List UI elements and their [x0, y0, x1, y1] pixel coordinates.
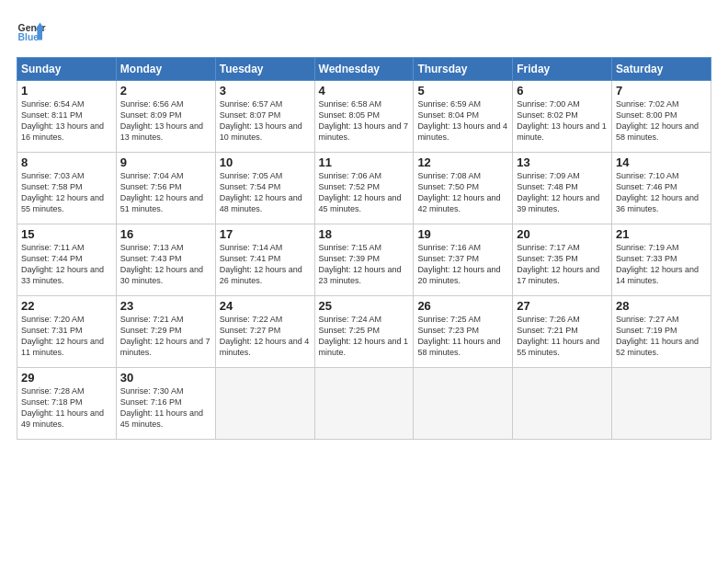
cell-content: Sunrise: 7:25 AMSunset: 7:23 PMDaylight:…: [417, 315, 500, 357]
table-row: [513, 368, 612, 440]
cell-content: Sunrise: 6:54 AMSunset: 8:11 PMDaylight:…: [21, 99, 104, 142]
day-number: 22: [21, 299, 112, 313]
table-row: 23 Sunrise: 7:21 AMSunset: 7:29 PMDaylig…: [116, 296, 215, 368]
day-number: 17: [220, 227, 311, 241]
day-number: 14: [616, 155, 707, 169]
day-number: 4: [319, 84, 410, 98]
cell-content: Sunrise: 7:22 AMSunset: 7:27 PMDaylight:…: [220, 315, 310, 357]
day-number: 9: [120, 155, 211, 169]
cell-content: Sunrise: 7:21 AMSunset: 7:29 PMDaylight:…: [120, 315, 210, 357]
table-row: [612, 368, 711, 440]
day-number: 25: [319, 299, 410, 313]
col-thursday: Thursday: [414, 58, 513, 81]
table-row: [414, 368, 513, 440]
day-number: 29: [21, 371, 112, 385]
svg-text:Blue: Blue: [18, 32, 40, 42]
main-container: General Blue Sunday Monday Tuesday Wedne…: [0, 0, 728, 449]
table-row: 9 Sunrise: 7:04 AMSunset: 7:56 PMDayligh…: [116, 153, 215, 224]
col-wednesday: Wednesday: [314, 58, 414, 81]
table-row: 29 Sunrise: 7:28 AMSunset: 7:18 PMDaylig…: [17, 368, 117, 440]
day-number: 3: [220, 84, 311, 98]
table-row: 24 Sunrise: 7:22 AMSunset: 7:27 PMDaylig…: [215, 296, 314, 368]
table-row: 10 Sunrise: 7:05 AMSunset: 7:54 PMDaylig…: [215, 153, 314, 224]
cell-content: Sunrise: 7:24 AMSunset: 7:25 PMDaylight:…: [319, 315, 409, 357]
col-friday: Friday: [513, 58, 612, 81]
cell-content: Sunrise: 6:58 AMSunset: 8:05 PMDaylight:…: [319, 99, 409, 142]
table-row: 8 Sunrise: 7:03 AMSunset: 7:58 PMDayligh…: [17, 153, 117, 224]
table-row: 25 Sunrise: 7:24 AMSunset: 7:25 PMDaylig…: [314, 296, 414, 368]
table-row: 26 Sunrise: 7:25 AMSunset: 7:23 PMDaylig…: [414, 296, 513, 368]
table-row: 6 Sunrise: 7:00 AMSunset: 8:02 PMDayligh…: [513, 81, 612, 153]
day-number: 30: [120, 371, 211, 385]
cell-content: Sunrise: 7:27 AMSunset: 7:19 PMDaylight:…: [616, 315, 699, 357]
day-number: 13: [517, 155, 608, 169]
table-row: 27 Sunrise: 7:26 AMSunset: 7:21 PMDaylig…: [513, 296, 612, 368]
col-sunday: Sunday: [17, 58, 117, 81]
day-number: 20: [517, 227, 608, 241]
day-number: 28: [616, 299, 707, 313]
day-number: 7: [616, 84, 707, 98]
table-row: 30 Sunrise: 7:30 AMSunset: 7:16 PMDaylig…: [116, 368, 215, 440]
cell-content: Sunrise: 7:19 AMSunset: 7:33 PMDaylight:…: [616, 243, 699, 285]
table-row: 2 Sunrise: 6:56 AMSunset: 8:09 PMDayligh…: [116, 81, 215, 153]
table-row: 5 Sunrise: 6:59 AMSunset: 8:04 PMDayligh…: [414, 81, 513, 153]
header: General Blue: [17, 17, 711, 46]
day-number: 11: [319, 155, 410, 169]
day-number: 2: [120, 84, 211, 98]
day-number: 23: [120, 299, 211, 313]
cell-content: Sunrise: 7:16 AMSunset: 7:37 PMDaylight:…: [417, 243, 500, 285]
col-saturday: Saturday: [612, 58, 711, 81]
cell-content: Sunrise: 7:26 AMSunset: 7:21 PMDaylight:…: [517, 315, 599, 357]
cell-content: Sunrise: 6:56 AMSunset: 8:09 PMDaylight:…: [120, 99, 203, 142]
logo: General Blue: [17, 17, 46, 46]
table-row: 4 Sunrise: 6:58 AMSunset: 8:05 PMDayligh…: [314, 81, 414, 153]
calendar-table: Sunday Monday Tuesday Wednesday Thursday…: [17, 57, 711, 440]
day-number: 21: [616, 227, 707, 241]
table-row: 21 Sunrise: 7:19 AMSunset: 7:33 PMDaylig…: [612, 224, 711, 296]
day-number: 24: [220, 299, 311, 313]
cell-content: Sunrise: 7:02 AMSunset: 8:00 PMDaylight:…: [616, 99, 699, 142]
col-tuesday: Tuesday: [215, 58, 314, 81]
table-row: 20 Sunrise: 7:17 AMSunset: 7:35 PMDaylig…: [513, 224, 612, 296]
cell-content: Sunrise: 7:03 AMSunset: 7:58 PMDaylight:…: [21, 171, 104, 213]
table-row: 15 Sunrise: 7:11 AMSunset: 7:44 PMDaylig…: [17, 224, 117, 296]
cell-content: Sunrise: 7:28 AMSunset: 7:18 PMDaylight:…: [21, 386, 104, 429]
cell-content: Sunrise: 7:17 AMSunset: 7:35 PMDaylight:…: [517, 243, 599, 285]
table-row: [215, 368, 314, 440]
cell-content: Sunrise: 7:15 AMSunset: 7:39 PMDaylight:…: [319, 243, 402, 285]
cell-content: Sunrise: 7:05 AMSunset: 7:54 PMDaylight:…: [220, 171, 302, 213]
table-row: 14 Sunrise: 7:10 AMSunset: 7:46 PMDaylig…: [612, 153, 711, 224]
day-number: 27: [517, 299, 608, 313]
table-row: 1 Sunrise: 6:54 AMSunset: 8:11 PMDayligh…: [17, 81, 117, 153]
table-row: 28 Sunrise: 7:27 AMSunset: 7:19 PMDaylig…: [612, 296, 711, 368]
cell-content: Sunrise: 7:09 AMSunset: 7:48 PMDaylight:…: [517, 171, 599, 213]
cell-content: Sunrise: 7:30 AMSunset: 7:16 PMDaylight:…: [120, 386, 203, 429]
cell-content: Sunrise: 6:59 AMSunset: 8:04 PMDaylight:…: [417, 99, 507, 142]
cell-content: Sunrise: 7:13 AMSunset: 7:43 PMDaylight:…: [120, 243, 203, 285]
table-row: 12 Sunrise: 7:08 AMSunset: 7:50 PMDaylig…: [414, 153, 513, 224]
table-row: 3 Sunrise: 6:57 AMSunset: 8:07 PMDayligh…: [215, 81, 314, 153]
day-number: 8: [21, 155, 112, 169]
cell-content: Sunrise: 7:04 AMSunset: 7:56 PMDaylight:…: [120, 171, 203, 213]
day-number: 16: [120, 227, 211, 241]
cell-content: Sunrise: 7:14 AMSunset: 7:41 PMDaylight:…: [220, 243, 302, 285]
table-row: [314, 368, 414, 440]
cell-content: Sunrise: 7:08 AMSunset: 7:50 PMDaylight:…: [417, 171, 500, 213]
day-number: 10: [220, 155, 311, 169]
day-number: 26: [417, 299, 508, 313]
cell-content: Sunrise: 6:57 AMSunset: 8:07 PMDaylight:…: [220, 99, 302, 142]
day-number: 6: [517, 84, 608, 98]
cell-content: Sunrise: 7:10 AMSunset: 7:46 PMDaylight:…: [616, 171, 699, 213]
cell-content: Sunrise: 7:00 AMSunset: 8:02 PMDaylight:…: [517, 99, 607, 142]
table-row: 22 Sunrise: 7:20 AMSunset: 7:31 PMDaylig…: [17, 296, 117, 368]
table-row: 19 Sunrise: 7:16 AMSunset: 7:37 PMDaylig…: [414, 224, 513, 296]
table-row: 7 Sunrise: 7:02 AMSunset: 8:00 PMDayligh…: [612, 81, 711, 153]
table-row: 13 Sunrise: 7:09 AMSunset: 7:48 PMDaylig…: [513, 153, 612, 224]
table-row: 16 Sunrise: 7:13 AMSunset: 7:43 PMDaylig…: [116, 224, 215, 296]
day-number: 1: [21, 84, 112, 98]
day-number: 5: [417, 84, 508, 98]
cell-content: Sunrise: 7:11 AMSunset: 7:44 PMDaylight:…: [21, 243, 104, 285]
col-monday: Monday: [116, 58, 215, 81]
cell-content: Sunrise: 7:20 AMSunset: 7:31 PMDaylight:…: [21, 315, 104, 357]
table-row: 17 Sunrise: 7:14 AMSunset: 7:41 PMDaylig…: [215, 224, 314, 296]
